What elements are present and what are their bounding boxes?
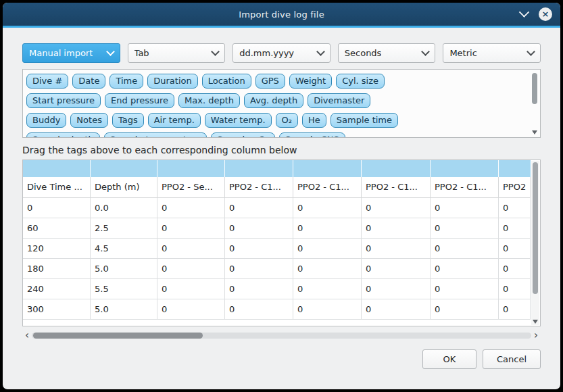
tag-end-pressure[interactable]: End pressure bbox=[105, 93, 174, 108]
tag-duration[interactable]: Duration bbox=[147, 74, 197, 89]
table-cell: 0 bbox=[225, 239, 293, 259]
table-cell: 300 bbox=[23, 299, 91, 320]
tag-weight[interactable]: Weight bbox=[289, 74, 332, 89]
table-cell: 0 bbox=[362, 218, 431, 239]
tag-sample-depth[interactable]: Sample depth bbox=[26, 132, 100, 138]
table-cell: 0 bbox=[499, 259, 531, 279]
tag-dive[interactable]: Dive # bbox=[26, 74, 68, 89]
tag-cyl-size[interactable]: Cyl. size bbox=[336, 74, 385, 89]
titlebar[interactable]: Import dive log file × bbox=[3, 3, 560, 26]
column-header: PPO2 - C1... bbox=[293, 177, 362, 198]
tag-time[interactable]: Time bbox=[109, 74, 143, 89]
table-row: 00.0000000 bbox=[23, 198, 531, 218]
table-cell: 0 bbox=[225, 279, 293, 299]
titlebar-buttons: × bbox=[520, 3, 552, 26]
combo-field-separator[interactable]: Tab bbox=[128, 43, 226, 63]
drop-target-cell[interactable] bbox=[91, 160, 157, 177]
tag-start-pressure[interactable]: Start pressure bbox=[26, 93, 101, 108]
dialog-content: Manual importTabdd.mm.yyyySecondsMetric … bbox=[3, 28, 560, 369]
scrollbar-thumb[interactable] bbox=[533, 162, 538, 294]
scroll-down-icon[interactable] bbox=[533, 320, 538, 324]
combo-value: Seconds bbox=[345, 48, 382, 58]
tag-sample-temperature[interactable]: Sample temperature bbox=[104, 132, 207, 138]
table-cell: 4.5 bbox=[91, 239, 157, 259]
instruction-text: Drag the tags above to each correspondin… bbox=[22, 145, 541, 156]
table-cell: 0 bbox=[431, 279, 499, 299]
table-row: 2405.5000000 bbox=[23, 279, 531, 299]
drop-target-cell[interactable] bbox=[431, 160, 499, 177]
combo-duration-format[interactable]: Seconds bbox=[338, 43, 436, 63]
tag-buddy[interactable]: Buddy bbox=[26, 113, 66, 128]
ok-button[interactable]: OK bbox=[422, 349, 476, 369]
table-cell: 0 bbox=[293, 198, 362, 218]
table-cell: 2.5 bbox=[91, 218, 157, 239]
tag-max-depth[interactable]: Max. depth bbox=[178, 93, 240, 108]
scroll-left-icon[interactable]: ‹ bbox=[22, 330, 32, 341]
combo-date-format[interactable]: dd.mm.yyyy bbox=[232, 43, 331, 63]
scroll-right-icon[interactable]: › bbox=[531, 330, 541, 341]
tag-water-temp[interactable]: Water temp. bbox=[205, 113, 272, 128]
table-cell: 0 bbox=[157, 218, 225, 239]
tag-tags[interactable]: Tags bbox=[112, 113, 144, 128]
chevron-down-icon bbox=[422, 47, 431, 56]
chevron-down-icon bbox=[106, 47, 115, 56]
scroll-down-icon[interactable] bbox=[532, 130, 537, 134]
cancel-button[interactable]: Cancel bbox=[483, 349, 541, 369]
table-cell: 0 bbox=[362, 239, 431, 259]
scrollbar-track[interactable] bbox=[32, 333, 531, 339]
table-cell: 0 bbox=[293, 279, 362, 299]
tag-he[interactable]: He bbox=[302, 113, 326, 128]
scrollbar-thumb[interactable] bbox=[532, 73, 537, 104]
tag-o[interactable]: O₂ bbox=[276, 113, 298, 128]
table-cell: 0 bbox=[499, 198, 531, 218]
chevron-down-icon bbox=[316, 47, 325, 56]
table-cell: 0 bbox=[225, 218, 293, 239]
tag-row: Start pressureEnd pressureMax. depthAvg.… bbox=[26, 93, 525, 108]
tag-air-temp[interactable]: Air temp. bbox=[148, 113, 201, 128]
tag-gps[interactable]: GPS bbox=[255, 74, 285, 89]
table-cell: 120 bbox=[23, 239, 91, 259]
drop-target-cell[interactable] bbox=[23, 160, 91, 177]
tag-location[interactable]: Location bbox=[202, 74, 251, 89]
drop-target-cell[interactable] bbox=[362, 160, 431, 177]
column-header: Dive Time ... bbox=[23, 177, 91, 198]
table-header-row: Dive Time ...Depth (m)PPO2 - Se...PPO2 -… bbox=[23, 177, 531, 198]
tag-sample-time[interactable]: Sample time bbox=[331, 113, 398, 128]
table-cell: 0 bbox=[431, 299, 499, 320]
tags-vertical-scrollbar[interactable] bbox=[531, 71, 539, 136]
table-horizontal-scrollbar[interactable]: ‹ › bbox=[22, 330, 541, 341]
table-cell: 240 bbox=[23, 279, 91, 299]
table-cell: 0 bbox=[293, 218, 362, 239]
tag-date[interactable]: Date bbox=[72, 74, 105, 89]
drop-target-cell[interactable] bbox=[225, 160, 293, 177]
close-icon[interactable]: × bbox=[539, 7, 552, 21]
table-cell: 0 bbox=[499, 279, 531, 299]
tag-sample-po[interactable]: Sample pO₂ bbox=[211, 132, 275, 138]
drop-target-cell[interactable] bbox=[293, 160, 362, 177]
table-row: 1204.5000000 bbox=[23, 239, 531, 259]
chevron-down-icon[interactable] bbox=[519, 7, 530, 18]
drop-target-cell[interactable] bbox=[499, 160, 531, 177]
combo-value: Manual import bbox=[29, 48, 93, 58]
tag-avg-depth[interactable]: Avg. depth bbox=[244, 93, 303, 108]
table-cell: 0 bbox=[157, 279, 225, 299]
table-vertical-scrollbar[interactable] bbox=[531, 161, 539, 325]
scrollbar-thumb[interactable] bbox=[33, 333, 203, 339]
column-header: PPO2 - C1... bbox=[431, 177, 499, 198]
drop-target-band bbox=[23, 160, 531, 177]
table-cell: 0 bbox=[157, 259, 225, 279]
table-cell: 0 bbox=[499, 299, 531, 320]
table-body: 00.0000000602.50000001204.50000001805.00… bbox=[23, 198, 531, 320]
drop-target-cell[interactable] bbox=[157, 160, 225, 177]
chevron-down-icon bbox=[527, 47, 535, 56]
combo-value: Tab bbox=[134, 48, 149, 58]
column-header: PPO2 - Se... bbox=[157, 177, 225, 198]
tag-divemaster[interactable]: Divemaster bbox=[308, 93, 370, 108]
tag-notes[interactable]: Notes bbox=[70, 113, 108, 128]
tag-list: Dive #DateTimeDurationLocationGPSWeightC… bbox=[22, 69, 541, 138]
combo-import-mode[interactable]: Manual import bbox=[22, 43, 120, 63]
tag-sample-cns[interactable]: Sample CNS bbox=[279, 132, 345, 138]
combo-units[interactable]: Metric bbox=[443, 43, 541, 63]
table-cell: 0 bbox=[362, 299, 431, 320]
table-cell: 0 bbox=[157, 239, 225, 259]
